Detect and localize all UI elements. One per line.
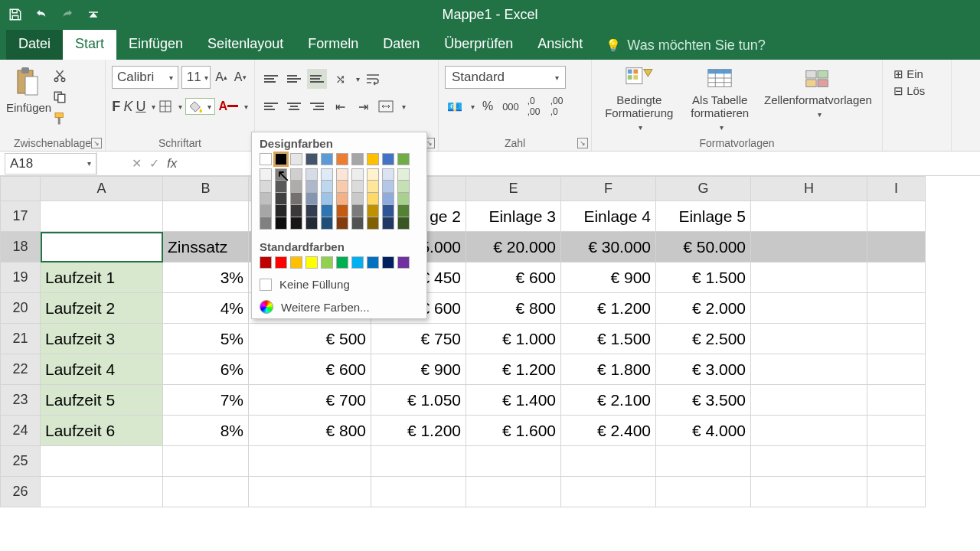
column-header[interactable]: H	[751, 177, 867, 201]
color-swatch[interactable]	[367, 217, 379, 230]
increase-decimal-icon[interactable]: ,0,00	[524, 96, 544, 117]
color-swatch[interactable]	[397, 193, 410, 205]
merge-cells-icon[interactable]	[376, 96, 396, 117]
qat-customize-icon[interactable]	[83, 4, 104, 25]
color-swatch[interactable]	[382, 153, 394, 165]
cell[interactable]: € 900	[561, 262, 656, 293]
cell[interactable]	[163, 201, 249, 232]
color-swatch[interactable]	[260, 153, 272, 165]
color-swatch[interactable]	[336, 205, 348, 217]
cell[interactable]: € 600	[466, 262, 561, 293]
grow-font-icon[interactable]: A▴	[214, 67, 230, 88]
cell[interactable]	[41, 201, 163, 232]
cell[interactable]: Laufzeit 2	[41, 293, 163, 324]
cell[interactable]: Laufzeit 4	[41, 354, 163, 385]
cell-styles-button[interactable]: Zellenformatvorlagen▾	[764, 66, 871, 119]
number-format-combo[interactable]: Standard▾	[445, 66, 566, 89]
color-swatch[interactable]	[305, 205, 318, 217]
cell[interactable]: € 1.200	[371, 416, 466, 446]
color-swatch[interactable]	[382, 256, 394, 269]
cell[interactable]: € 2.000	[656, 293, 751, 324]
cell[interactable]: € 1.600	[466, 416, 561, 446]
color-swatch[interactable]	[351, 181, 364, 193]
color-swatch[interactable]	[351, 256, 364, 269]
tab-file[interactable]: Datei	[6, 30, 63, 60]
font-color-button[interactable]: A	[218, 96, 238, 117]
color-swatch[interactable]	[321, 168, 333, 181]
cell[interactable]	[561, 446, 656, 477]
cell[interactable]: € 1.800	[561, 354, 656, 385]
color-swatch[interactable]	[290, 205, 302, 217]
indent-decrease-icon[interactable]: ⇤	[330, 96, 350, 117]
cell[interactable]: € 3.500	[656, 385, 751, 416]
cell[interactable]	[751, 446, 867, 477]
color-swatch[interactable]	[351, 153, 364, 165]
column-header[interactable]: I	[867, 177, 926, 201]
row-header[interactable]: 23	[1, 385, 41, 416]
cell[interactable]	[561, 477, 656, 507]
color-swatch[interactable]	[336, 153, 348, 165]
column-header[interactable]: A	[41, 177, 163, 201]
color-swatch[interactable]	[305, 193, 318, 205]
color-swatch[interactable]	[367, 181, 379, 193]
no-fill-item[interactable]: Keine Füllung	[252, 273, 426, 295]
color-swatch[interactable]	[382, 217, 394, 230]
color-swatch[interactable]	[382, 205, 394, 217]
cell[interactable]: € 1.400	[466, 385, 561, 416]
format-as-table-button[interactable]: Als Tabelle formatieren▾	[684, 66, 757, 132]
tab-home[interactable]: Start	[63, 30, 116, 60]
accounting-format-icon[interactable]: 💶	[445, 96, 465, 117]
shrink-font-icon[interactable]: A▾	[232, 67, 248, 88]
fx-icon[interactable]: fx	[167, 156, 177, 171]
cell[interactable]: 5%	[163, 324, 249, 354]
name-box[interactable]: A18▾	[5, 153, 96, 174]
color-swatch[interactable]	[351, 168, 364, 181]
cell[interactable]: Einlage 5	[656, 201, 751, 232]
cell[interactable]: € 600	[249, 354, 371, 385]
paste-button[interactable]: Einfügen	[6, 66, 47, 114]
color-swatch[interactable]	[275, 181, 287, 193]
percent-format-icon[interactable]: %	[478, 96, 498, 117]
color-swatch[interactable]	[305, 168, 318, 181]
cell[interactable]	[41, 446, 163, 477]
cell[interactable]: Zinssatz	[163, 232, 249, 262]
row-header[interactable]: 18	[1, 232, 41, 262]
color-swatch[interactable]	[290, 153, 302, 165]
cell[interactable]: € 800	[249, 416, 371, 446]
cell[interactable]: € 50.000	[656, 232, 751, 262]
color-swatch[interactable]	[351, 205, 364, 217]
tab-formulas[interactable]: Formeln	[296, 30, 371, 60]
cell[interactable]	[867, 232, 926, 262]
color-swatch[interactable]	[397, 205, 410, 217]
undo-icon[interactable]	[31, 4, 52, 25]
color-swatch[interactable]	[336, 193, 348, 205]
cell[interactable]	[656, 477, 751, 507]
color-swatch[interactable]	[397, 217, 410, 230]
font-size-combo[interactable]: 11▾	[181, 66, 211, 89]
color-swatch[interactable]	[367, 153, 379, 165]
color-swatch[interactable]	[305, 217, 318, 230]
enter-formula-icon[interactable]: ✓	[149, 156, 159, 171]
cell[interactable]	[751, 232, 867, 262]
column-header[interactable]: B	[163, 177, 249, 201]
row-header[interactable]: 24	[1, 416, 41, 446]
color-swatch[interactable]	[397, 256, 410, 269]
color-swatch[interactable]	[351, 217, 364, 230]
cell[interactable]	[751, 201, 867, 232]
cell[interactable]: € 1.050	[371, 385, 466, 416]
color-swatch[interactable]	[367, 205, 379, 217]
delete-cells-button[interactable]: ⊟ Lös	[893, 84, 940, 98]
color-swatch[interactable]	[260, 181, 272, 193]
cell[interactable]	[371, 446, 466, 477]
cell[interactable]	[751, 477, 867, 507]
cell[interactable]: € 20.000	[466, 232, 561, 262]
row-header[interactable]: 26	[1, 477, 41, 507]
color-swatch[interactable]	[260, 168, 272, 181]
wrap-text-icon[interactable]	[363, 68, 383, 90]
cell[interactable]	[249, 477, 371, 507]
row-header[interactable]: 19	[1, 262, 41, 293]
row-header[interactable]: 17	[1, 201, 41, 232]
copy-icon[interactable]	[52, 90, 67, 107]
align-left-icon[interactable]	[261, 96, 281, 116]
color-swatch[interactable]	[260, 205, 272, 217]
